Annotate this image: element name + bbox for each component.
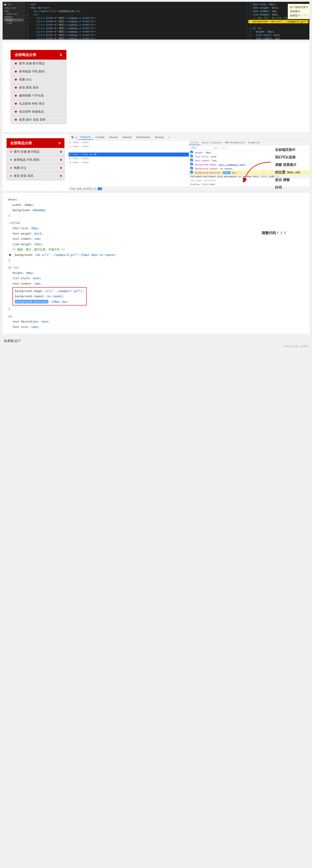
annotation-line2: 效果如下！！！ [290,14,308,18]
ua-label: user agent stylesheet [191,179,216,182]
file-r-gif[interactable]: r.gif [4,22,24,25]
nav-item-label-2-1: 家用电器 手机 数码 [14,158,39,162]
code-ulli-close: } [8,306,304,312]
elem-row-4[interactable]: ▶ <li>...</li> [69,160,189,164]
tab-console[interactable]: Console [93,135,107,140]
file-tree-sidebar: 📁 项目 index.html css/ style.css images/ d… [3,2,25,39]
code-a-fontsize: font-size: 14px; [8,324,304,330]
nav-title-text-2: 全部商品分类 [10,141,32,146]
callout-adjust-code: 调整代码！！！ [259,228,289,238]
elem-row-selected[interactable]: ▶ <li>...</li> == $0 [69,153,189,157]
tab-memory[interactable]: Memory [152,135,166,140]
path-li[interactable]: li [98,187,102,190]
chevron-icon-1: ∨ [59,52,62,57]
subtab-event-listeners[interactable]: Event Listeners [200,141,223,145]
style-list-style-checkbox[interactable] [190,155,193,157]
nav-item-2-3[interactable]: 家居 家装 厨具 [7,172,64,180]
nav-list-1: 图书 音像 数字商品 家用电器 手机 数码 电脑 办公 家居 家装 厨具 服饰鞋… [11,60,66,124]
code-title-block: .title{ font-size: 18px; font-weight: bo… [8,220,304,263]
nav-bullet-1-1 [14,70,17,73]
style-bg-repeat-checkbox[interactable] [190,167,193,169]
nav-title-text-1: 全部商品分类 [14,52,36,57]
nav-item-2-2[interactable]: 电脑 办公 [7,164,64,172]
elem-row-0[interactable]: ▶ <li>...</li> [69,141,189,145]
ann-line6: 好后 [275,184,304,191]
callout-text: 调整代码！！！ [262,229,287,237]
nav-item-1-0[interactable]: 图书 音像 数字商品 [11,60,66,68]
style-text-indent-checkbox[interactable] [190,159,193,161]
ann-line5: 然后 调整 [275,176,304,184]
nav-item-label-1-6: 食品饮料 保健食品 [19,110,44,114]
code-nav-width: width: 300px; [8,202,304,208]
nav-bullet-1-4 [14,95,17,97]
elem-row-dots[interactable]: ... [69,149,189,153]
elements-panel: ▶ <li>...</li> ▶ <li>...</li> ... ▶ <li>… [69,141,189,187]
nav-item-1-4[interactable]: 服饰鞋帽 个护化妆 [11,92,66,100]
nav-preview-left: 全部商品分类 ∨ 图书 音像 数字商品 家用电器 手机 数码 [2,134,69,191]
path-ul[interactable]: ul [94,187,96,190]
file-images-folder: images/ [4,16,24,19]
file-d-gif[interactable]: d.gif [4,19,24,22]
code-ulli-block: ul li{ height: 30px; list-style: none; t… [8,265,304,312]
bg-position-value-236[interactable]: 236px [223,172,231,174]
path-divnav[interactable]: div#nav [83,187,93,190]
tab-performance[interactable]: Performance [134,135,152,140]
nav-item-1-6[interactable]: 食品饮料 保健食品 [11,108,66,116]
ann-line4: 的位置 :hov .cls [275,168,304,176]
file-style-css[interactable]: style.css [4,12,24,16]
style-bg-position-checkbox[interactable] [190,171,193,174]
code-ulli-textindent: text-indent: 1em; [8,281,304,286]
annotation-big-text: 在前端页面中 我们可以直接 调整 背景图片 的位置 :hov .cls 然后 调… [275,146,304,191]
tab-elements[interactable]: Elements [78,135,93,140]
code-nav-block: #nav{ width: 300px; background: #a0a0a0;… [8,197,304,218]
nav-bullet-1-0 [14,62,17,65]
subtab-dom-breakpoints[interactable]: DOM Breakpoints [223,141,246,145]
tab-network[interactable]: Network [120,135,134,140]
code-editor-top: 📁 项目 index.html css/ style.css images/ d… [2,2,310,40]
chevron-icon-2: ∨ [58,141,61,145]
tab-sources[interactable]: Sources [107,135,120,140]
nav-title-bar-2: 全部商品分类 ∨ [7,138,64,148]
file-index-html[interactable]: index.html [4,6,24,9]
style-height-checkbox[interactable] [190,151,193,153]
footer-text-label: 效果图 如下 [4,339,21,343]
code-title-selector: .title{ [8,220,304,225]
subtab-properties[interactable]: Propertie [246,141,262,145]
code-a-block: a{ text-decoration: none; font-size: 14p… [8,314,304,330]
nav-item-label-1-4: 服饰鞋帽 个护化妆 [19,94,44,97]
nav-item-label-1-0: 图书 音像 数字商品 [19,62,45,65]
nav-item-label-1-3: 家居 家装 厨具 [19,86,39,90]
bg-position-value-2px: 2px [232,172,236,174]
nav-rbullet-2-2 [60,167,62,169]
nav-item-1-7[interactable]: 彩票 旅行 充值 票务 [11,116,66,124]
path-body[interactable]: body [77,187,82,190]
tab-more[interactable]: » [166,135,172,140]
nav-demo-section-1: 全部商品分类 ∨ 图书 音像 数字商品 家用电器 手机 数码 电脑 办公 [2,42,310,132]
code-nav-close: } [8,213,304,218]
nav-item-1-2[interactable]: 电脑 办公 [11,76,66,84]
subtab-styles[interactable]: Styles [189,141,200,145]
nav-lbullet-2-2 [10,167,12,169]
code-ulli-bgposition: background-position: 236px 2px; [15,299,84,305]
nav-item-1-3[interactable]: 家居 家装 厨具 [11,84,66,92]
inspect-icon[interactable]: ◥ [70,135,74,140]
project-icon: 📁 [4,3,6,6]
code-title-comment: /* 颜色，图片，图片位置，平铺方式 */ [8,247,304,252]
filter-input[interactable] [190,146,210,150]
device-icon[interactable]: ▭ [74,135,78,140]
elem-row-1[interactable]: ▶ <li>...</li> [69,145,189,149]
elem-row-3[interactable]: ▶ <li>...</li> [69,157,189,160]
path-html[interactable]: html [70,187,76,190]
nav-title-bar-1: 全部商品分类 ∨ [11,50,66,60]
hover-cls-btn[interactable]: :hov .cls + [213,147,228,149]
watermark: 2350ft 米之客一客课堂 [0,345,312,348]
nav-item-1-1[interactable]: 家用电器 手机 数码 [11,68,66,76]
devtools-tabs-row: ◥ ▭ Elements Console Sources Network Per… [69,134,310,141]
nav-item-1-5[interactable]: 礼品箱包 钟表 珠宝 [11,100,66,108]
code-a-selector: a{ [8,314,304,319]
nav-item-2-0[interactable]: 图书 音像 数字商品 [7,148,64,156]
style-bg-image-checkbox[interactable] [190,163,193,165]
nav-item-2-1[interactable]: 家用电器 手机 数码 [7,156,64,164]
devtools-section: 全部商品分类 ∨ 图书 音像 数字商品 家用电器 手机 数码 [2,134,310,191]
footer-section: 效果图 如下 [0,336,312,345]
